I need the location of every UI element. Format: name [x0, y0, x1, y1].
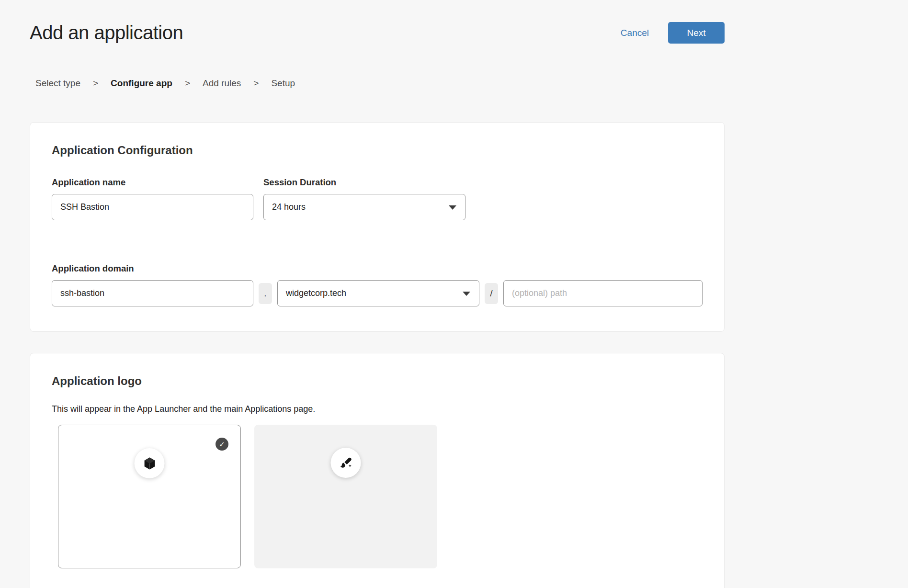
application-name-input[interactable] [52, 194, 253, 220]
check-icon: ✓ [216, 438, 228, 451]
paintbrush-icon [339, 456, 353, 470]
slash-separator: / [485, 283, 498, 304]
domain-select[interactable]: widgetcorp.tech [277, 280, 479, 306]
chevron-down-icon [449, 205, 456, 210]
logo-card-title: Application logo [52, 374, 703, 388]
header-actions: Cancel Next [621, 22, 725, 44]
logo-option-default[interactable]: ✓ [58, 425, 241, 568]
name-duration-row: Application name Session Duration 24 hou… [52, 177, 703, 220]
default-logo-circle [135, 448, 165, 478]
session-duration-label: Session Duration [263, 177, 465, 188]
chevron-down-icon [463, 292, 470, 296]
session-duration-select[interactable]: 24 hours [263, 194, 465, 220]
page-header: Add an application Cancel Next [30, 0, 725, 44]
session-duration-value: 24 hours [272, 202, 306, 212]
application-name-field: Application name [52, 177, 253, 220]
breadcrumb: Select type > Configure app > Add rules … [30, 78, 725, 89]
session-duration-field: Session Duration 24 hours [263, 177, 465, 220]
logo-card-description: This will appear in the App Launcher and… [52, 404, 703, 414]
application-name-label: Application name [52, 177, 253, 188]
step-separator: > [253, 78, 259, 89]
cancel-button[interactable]: Cancel [621, 28, 649, 38]
application-domain-label: Application domain [52, 263, 703, 274]
step-add-rules[interactable]: Add rules [203, 78, 241, 89]
path-input[interactable] [503, 280, 703, 306]
application-domain-row: . widgetcorp.tech / [52, 280, 703, 306]
cube-icon [142, 456, 157, 471]
application-logo-card: Application logo This will appear in the… [30, 353, 725, 588]
subdomain-input[interactable] [52, 280, 253, 306]
logo-option-custom[interactable] [254, 425, 437, 568]
logo-options: ✓ [58, 425, 703, 568]
application-configuration-card: Application Configuration Application na… [30, 122, 725, 332]
step-setup[interactable]: Setup [271, 78, 295, 89]
step-separator: > [93, 78, 98, 89]
custom-logo-circle [331, 448, 361, 478]
step-separator: > [185, 78, 190, 89]
add-application-page: Add an application Cancel Next Select ty… [30, 0, 725, 588]
next-button[interactable]: Next [668, 22, 725, 44]
dot-separator: . [259, 283, 272, 304]
application-domain-section: Application domain . widgetcorp.tech / [52, 263, 703, 306]
domain-select-value: widgetcorp.tech [286, 288, 346, 298]
step-select-type[interactable]: Select type [35, 78, 80, 89]
page-title: Add an application [30, 22, 183, 44]
step-configure-app[interactable]: Configure app [111, 78, 172, 89]
configuration-card-title: Application Configuration [52, 144, 703, 157]
